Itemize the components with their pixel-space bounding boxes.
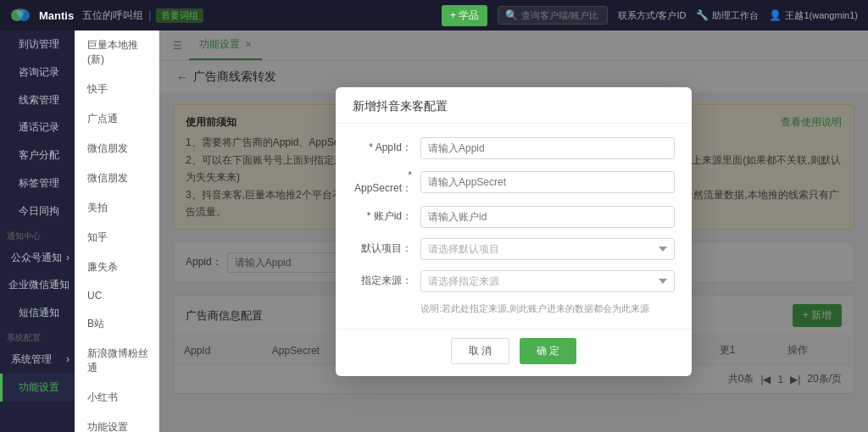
sidebar2-item-mass-local[interactable]: 巨量本地推(新)	[75, 30, 159, 75]
form-label-appsecret: * AppSecret：	[353, 169, 420, 196]
modal-footer: 取 消 确 定	[336, 329, 692, 376]
form-select-assign-source[interactable]: 请选择指定来源	[420, 270, 675, 292]
modal-overlay: 新增抖音来客配置 * AppId： * AppSecret： * 账户id：	[159, 30, 868, 432]
sidebar-main: 到访管理 咨询记录 线索管理 通话记录 客户分配 标签管理 今日同拘 通知中心 …	[0, 30, 75, 432]
section-sys: 系统配置	[0, 327, 75, 346]
sidebar-item-func-setting[interactable]: 功能设置	[0, 374, 75, 402]
sidebar-item-report[interactable]: 标签管理	[0, 169, 75, 197]
form-row-appid: * AppId：	[353, 137, 675, 159]
modal-title: 新增抖音来客配置	[353, 99, 448, 113]
breadcrumb-tag: 首要词组	[156, 8, 203, 23]
logo: Mantis	[10, 7, 74, 24]
sidebar2-item-bsite[interactable]: B站	[75, 309, 159, 339]
sidebar-item-consult[interactable]: 咨询记录	[0, 58, 75, 86]
modal-header: 新增抖音来客配置	[336, 87, 692, 124]
sidebar-item-clue[interactable]: 线索管理	[0, 86, 75, 114]
helper-label: 助理工作台	[712, 9, 759, 22]
sidebar2-item-weixin-send[interactable]: 微信朋发	[75, 163, 159, 193]
form-row-default-project: 默认项目： 请选择默认项目	[353, 238, 675, 260]
user-label: 王越1(wangmin1)	[785, 9, 858, 22]
sidebar2-item-weibo-fans[interactable]: 新浪微博粉丝通	[75, 339, 159, 383]
sidebar-item-daily[interactable]: 今日同拘	[0, 197, 75, 225]
user-info[interactable]: 👤 王越1(wangmin1)	[769, 9, 858, 22]
sidebar2-item-meitui[interactable]: 美拍	[75, 193, 159, 223]
form-input-accountid[interactable]	[420, 206, 675, 228]
form-label-default-project: 默认项目：	[353, 241, 420, 256]
search-input[interactable]	[521, 10, 600, 20]
sidebar-item-wechat-notice[interactable]: 公众号通知›	[0, 244, 75, 272]
sidebar2-item-xiaohongshu[interactable]: 小红书	[75, 383, 159, 413]
sidebar2-item-uc[interactable]: UC	[75, 282, 159, 309]
sidebar2-item-func2[interactable]: 功能设置	[75, 413, 159, 432]
form-row-accountid: * 账户id：	[353, 206, 675, 228]
breadcrumb-sep: |	[148, 9, 151, 21]
sidebar2-item-adtong[interactable]: 广点通	[75, 104, 159, 134]
sidebar2-item-lose[interactable]: 廉失杀	[75, 252, 159, 282]
form-label-assign-source: 指定来源：	[353, 274, 420, 288]
content-area: ☰ 功能设置 ✕ ← 广告商线索转发 使用前须知 1、需要将广告商的Appid、…	[159, 30, 868, 432]
form-hint: 说明:若此处指定来源,则此账户进来的数据都会为此来源	[420, 302, 675, 315]
form-select-default-project[interactable]: 请选择默认项目	[420, 238, 675, 260]
search-icon: 🔍	[505, 9, 518, 21]
helper-icon: 🔧	[696, 9, 709, 21]
modal-body: * AppId： * AppSecret： * 账户id： 默认项目：	[336, 124, 692, 329]
modal-dialog: 新增抖音来客配置 * AppId： * AppSecret： * 账户id：	[336, 87, 692, 376]
form-label-appid: * AppId：	[353, 141, 420, 155]
sidebar2-item-zhihu[interactable]: 知乎	[75, 223, 159, 252]
sidebar-item-visit[interactable]: 到访管理	[0, 30, 75, 58]
sidebar-item-customer[interactable]: 客户分配	[0, 141, 75, 169]
study-button[interactable]: + 学品	[442, 5, 487, 26]
modal-cancel-button[interactable]: 取 消	[451, 338, 509, 364]
breadcrumb-main: 五位的呼叫组	[82, 8, 143, 23]
main-layout: 到访管理 咨询记录 线索管理 通话记录 客户分配 标签管理 今日同拘 通知中心 …	[0, 30, 868, 432]
breadcrumb: 五位的呼叫组 | 首要词组	[82, 8, 203, 23]
logo-text: Mantis	[39, 9, 74, 22]
form-row-appsecret: * AppSecret：	[353, 169, 675, 196]
helper-button[interactable]: 🔧 助理工作台	[696, 9, 759, 22]
sidebar2-item-report2[interactable]: 微信朋发	[75, 134, 159, 163]
form-label-accountid: * 账户id：	[353, 209, 420, 224]
sidebar-item-remind[interactable]: 短信通知	[0, 299, 75, 327]
form-row-assign-source: 指定来源： 请选择指定来源	[353, 270, 675, 292]
form-input-appid[interactable]	[420, 137, 675, 159]
contact-info[interactable]: 联系方式/客户ID	[618, 9, 686, 22]
mantis-logo-icon	[10, 7, 34, 24]
header-left: Mantis 五位的呼叫组 | 首要词组	[10, 7, 203, 24]
svg-point-2	[16, 8, 25, 16]
sidebar-secondary: 巨量本地推(新) 快手 广点通 微信朋发 微信朋发 美拍 知乎 廉失杀 UC B…	[75, 30, 159, 432]
form-input-appsecret[interactable]	[420, 171, 675, 193]
header: Mantis 五位的呼叫组 | 首要词组 + 学品 🔍 联系方式/客户ID 🔧 …	[0, 0, 868, 30]
sidebar-item-call[interactable]: 通话记录	[0, 114, 75, 141]
sidebar-item-sys-mgmt[interactable]: 系统管理›	[0, 346, 75, 374]
sidebar2-item-helper[interactable]: 快手	[75, 75, 159, 104]
sidebar-item-corp-notice[interactable]: 企业微信通知	[0, 271, 75, 299]
user-icon: 👤	[769, 9, 782, 21]
contact-label: 联系方式/客户ID	[618, 9, 686, 22]
section-notice: 通知中心	[0, 225, 75, 244]
search-box[interactable]: 🔍	[498, 6, 608, 25]
header-right: + 学品 🔍 联系方式/客户ID 🔧 助理工作台 👤 王越1(wangmin1)	[442, 5, 858, 26]
modal-confirm-button[interactable]: 确 定	[520, 338, 576, 364]
